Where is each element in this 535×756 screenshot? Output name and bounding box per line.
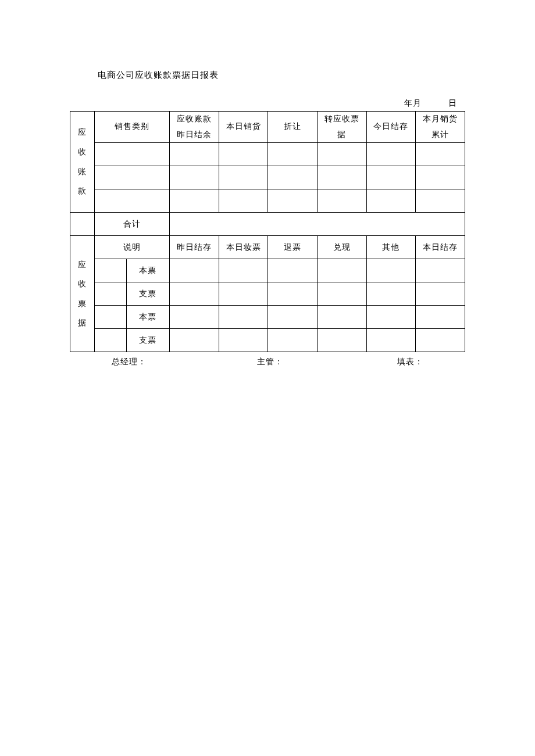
cell xyxy=(268,143,318,166)
hdr-discount: 折让 xyxy=(268,112,318,143)
cell: 本票 xyxy=(126,259,170,282)
cell xyxy=(95,259,126,282)
signature-row: 总经理： 主管： 填表： xyxy=(70,357,465,367)
cell xyxy=(219,166,268,189)
cell xyxy=(416,143,465,166)
cell xyxy=(318,143,367,166)
cell xyxy=(268,329,318,352)
cell xyxy=(95,166,170,189)
cell xyxy=(170,329,219,352)
date-day: 日 xyxy=(448,99,457,108)
table-row xyxy=(70,166,465,189)
cell xyxy=(170,189,219,213)
section1-vlabel: 应 收 账 款 xyxy=(70,112,95,213)
cell xyxy=(318,306,367,329)
cell-blank xyxy=(70,213,95,236)
cell xyxy=(95,329,126,352)
hdr-other: 其他 xyxy=(366,236,416,259)
cell xyxy=(318,282,367,306)
cell xyxy=(318,189,367,213)
hdr-transfer-notes: 转应收票 据 xyxy=(318,112,367,143)
cell xyxy=(366,259,416,282)
section1-header-row: 应 收 账 款 销售类别 应收账款 昨日结余 本日销货 折让 转应收票 据 今日… xyxy=(70,112,465,143)
sig-supervisor: 主管： xyxy=(257,357,283,367)
cell xyxy=(219,282,268,306)
cell xyxy=(366,329,416,352)
cell: 支票 xyxy=(126,282,170,306)
hdr-today-sales: 本日销货 xyxy=(219,112,268,143)
cell xyxy=(366,189,416,213)
cell xyxy=(170,259,219,282)
cell xyxy=(366,306,416,329)
document-page: 电商公司应收账款票据日报表 年月日 应 收 账 款 销售类别 应收账款 昨日结余… xyxy=(0,0,535,367)
cell xyxy=(318,329,367,352)
hdr-sales-category: 销售类别 xyxy=(95,112,170,143)
cell xyxy=(219,306,268,329)
cell xyxy=(95,143,170,166)
cell xyxy=(170,282,219,306)
cell xyxy=(416,282,465,306)
hdr-today-balance2: 本日结存 xyxy=(416,236,465,259)
cell xyxy=(416,166,465,189)
section2-vlabel: 应 收 票 据 xyxy=(70,236,95,352)
cell xyxy=(219,329,268,352)
page-title: 电商公司应收账款票据日报表 xyxy=(98,70,465,81)
cell xyxy=(219,189,268,213)
report-table: 应 收 账 款 销售类别 应收账款 昨日结余 本日销货 折让 转应收票 据 今日… xyxy=(70,111,465,352)
cell xyxy=(416,306,465,329)
section2-header-row: 应 收 票 据 说明 昨日结存 本日妆票 退票 兑现 其他 本日结存 xyxy=(70,236,465,259)
table-row xyxy=(70,189,465,213)
total-label: 合计 xyxy=(95,213,170,236)
cell xyxy=(95,282,126,306)
sig-general-manager: 总经理： xyxy=(112,357,147,367)
hdr-desc: 说明 xyxy=(95,236,170,259)
date-year-month: 年月 xyxy=(404,99,422,108)
cell xyxy=(95,189,170,213)
hdr-today-balance: 今日结存 xyxy=(366,112,416,143)
cell xyxy=(95,306,126,329)
cell: 支票 xyxy=(126,329,170,352)
hdr-today-issue: 本日妆票 xyxy=(219,236,268,259)
cell xyxy=(366,166,416,189)
cell: 本票 xyxy=(126,306,170,329)
table-row xyxy=(70,143,465,166)
cell xyxy=(318,166,367,189)
cell xyxy=(416,189,465,213)
cell xyxy=(170,143,219,166)
cell xyxy=(366,282,416,306)
cell xyxy=(318,259,367,282)
cell xyxy=(170,306,219,329)
cell xyxy=(268,259,318,282)
hdr-cashed: 兑现 xyxy=(318,236,367,259)
cell xyxy=(366,143,416,166)
cell xyxy=(268,282,318,306)
cell xyxy=(219,143,268,166)
date-line: 年月日 xyxy=(70,98,465,109)
cell xyxy=(268,306,318,329)
table-row: 本票 xyxy=(70,259,465,282)
hdr-returned: 退票 xyxy=(268,236,318,259)
hdr-month-cum: 本月销货 累计 xyxy=(416,112,465,143)
table-row: 支票 xyxy=(70,282,465,306)
table-row: 支票 xyxy=(70,329,465,352)
cell xyxy=(416,329,465,352)
cell xyxy=(219,259,268,282)
cell xyxy=(416,259,465,282)
table-row: 本票 xyxy=(70,306,465,329)
total-value xyxy=(170,213,465,236)
cell xyxy=(268,166,318,189)
section1-total-row: 合计 xyxy=(70,213,465,236)
cell xyxy=(268,189,318,213)
cell xyxy=(170,166,219,189)
sig-preparer: 填表： xyxy=(397,357,423,367)
hdr-prev-balance: 应收账款 昨日结余 xyxy=(170,112,219,143)
hdr-prev-balance2: 昨日结存 xyxy=(170,236,219,259)
